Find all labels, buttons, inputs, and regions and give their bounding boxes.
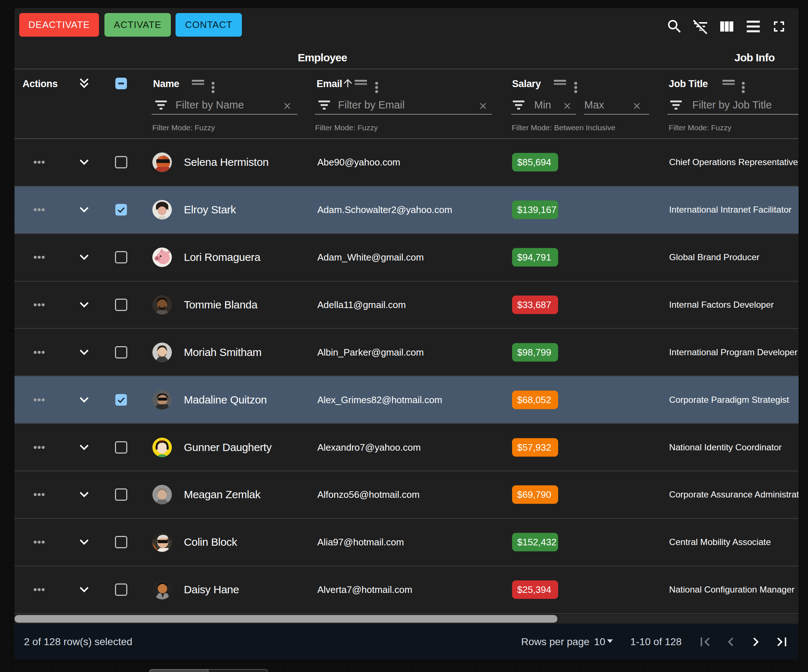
svg-text:yay!: yay! (159, 439, 165, 442)
